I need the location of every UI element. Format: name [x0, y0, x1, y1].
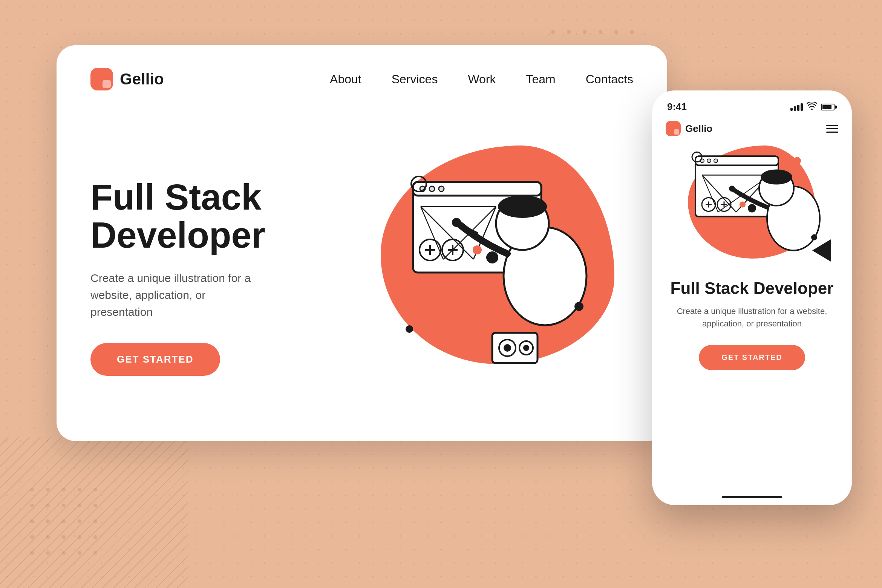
- decorative-dots-bottom-left: [30, 488, 100, 558]
- battery-icon: [821, 104, 837, 110]
- svg-point-24: [504, 344, 511, 352]
- tablet-logo-icon: [90, 68, 113, 90]
- svg-point-17: [486, 251, 498, 263]
- mobile-illustration-area: [660, 144, 844, 272]
- svg-point-47: [740, 202, 746, 208]
- nav-link-work[interactable]: Work: [468, 72, 496, 86]
- tablet-hero-section: Full Stack Developer Create a unique ill…: [57, 106, 667, 426]
- svg-point-30: [547, 175, 558, 186]
- nav-link-contacts[interactable]: Contacts: [586, 72, 633, 86]
- mobile-developer-illustration: [673, 145, 831, 266]
- svg-point-3: [429, 186, 435, 191]
- mobile-hero-content: Full Stack Developer Create a unique ill…: [652, 272, 852, 370]
- mobile-status-bar: 9:41: [652, 90, 852, 116]
- svg-point-52: [729, 186, 735, 192]
- nav-link-team[interactable]: Team: [526, 72, 555, 86]
- svg-point-48: [748, 204, 756, 213]
- svg-point-4: [439, 186, 444, 191]
- mobile-menu-button[interactable]: [826, 125, 838, 133]
- svg-point-20: [498, 195, 547, 218]
- tablet-hero-text: Full Stack Developer Create a unique ill…: [90, 178, 298, 376]
- svg-point-29: [406, 325, 413, 333]
- tablet-nav-links: About Services Work Team Contacts: [330, 72, 633, 86]
- svg-point-51: [761, 170, 792, 185]
- mobile-get-started-button[interactable]: GET STARTED: [699, 345, 805, 370]
- signal-bars-icon: [790, 103, 803, 111]
- mobile-hero-title: Full Stack Developer: [667, 279, 837, 297]
- svg-point-26: [523, 345, 529, 351]
- svg-point-54: [811, 234, 817, 240]
- mobile-home-indicator: [722, 496, 782, 498]
- svg-point-28: [574, 302, 583, 311]
- mobile-navbar: Gellio: [652, 116, 852, 144]
- mobile-logo-text: Gellio: [685, 123, 712, 135]
- svg-point-35: [714, 159, 718, 163]
- tablet-hero-title: Full Stack Developer: [90, 178, 298, 254]
- wifi-icon: [807, 102, 817, 112]
- mobile-logo-group: Gellio: [666, 121, 712, 136]
- nav-link-about[interactable]: About: [330, 72, 361, 86]
- tablet-illustration: [328, 106, 667, 426]
- svg-point-34: [707, 159, 711, 163]
- svg-point-21: [452, 218, 461, 227]
- mobile-hero-subtitle: Create a unique illustration for a websi…: [667, 305, 837, 330]
- tablet-navbar: Gellio About Services Work Team Contacts: [57, 45, 667, 106]
- tablet-hero-subtitle: Create a unique illustration for a websi…: [90, 270, 260, 320]
- mobile-status-icons: [790, 102, 837, 112]
- svg-point-55: [793, 157, 801, 165]
- mobile-logo-icon: [666, 121, 681, 136]
- developer-illustration: [360, 148, 624, 374]
- tablet-logo-text: Gellio: [120, 70, 164, 88]
- mobile-mockup: 9:41 Gellio: [652, 90, 852, 505]
- tablet-logo-group: Gellio: [90, 68, 164, 90]
- nav-link-services[interactable]: Services: [392, 72, 438, 86]
- mobile-time: 9:41: [667, 101, 687, 113]
- tablet-get-started-button[interactable]: GET STARTED: [90, 343, 220, 376]
- svg-point-16: [473, 245, 482, 254]
- tablet-mockup: Gellio About Services Work Team Contacts…: [57, 45, 667, 441]
